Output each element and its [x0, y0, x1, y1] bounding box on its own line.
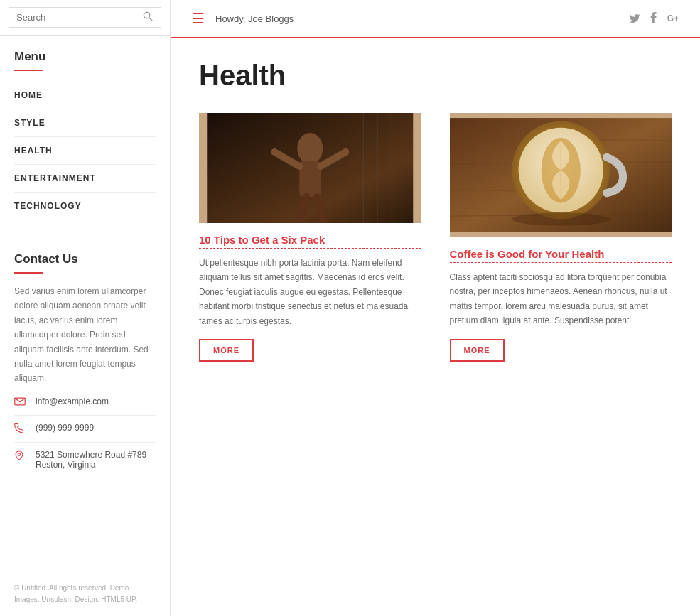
- contact-phone: (999) 999-9999: [36, 423, 94, 433]
- menu-title: Menu: [14, 50, 156, 64]
- svg-point-3: [18, 453, 21, 456]
- contact-address: 5321 Somewhere Road #789 Reston, Virgini…: [36, 450, 146, 470]
- article-text-2: Class aptent taciti sociosqu ad litora t…: [450, 270, 672, 328]
- articles-grid: 10 Tips to Get a Six Pack Ut pellentesqu…: [199, 113, 672, 362]
- article-title-1[interactable]: 10 Tips to Get a Six Pack: [199, 234, 421, 249]
- svg-point-0: [144, 12, 149, 18]
- article-image-2: [450, 113, 672, 237]
- contact-underline: [14, 272, 43, 274]
- topbar: ☰ Howdy, Joe Bloggs G+: [171, 0, 700, 38]
- facebook-icon[interactable]: [650, 12, 657, 26]
- topbar-social: G+: [629, 12, 679, 26]
- topbar-greeting: Howdy, Joe Bloggs: [215, 13, 294, 24]
- sidebar: Menu HOME STYLE HEALTH ENTERTAINMENT TEC…: [0, 0, 171, 616]
- googleplus-icon[interactable]: G+: [667, 13, 679, 23]
- sidebar-item-style[interactable]: STYLE: [14, 109, 156, 137]
- contact-email[interactable]: info@example.com: [36, 396, 109, 406]
- contact-phone-row: (999) 999-9999: [14, 423, 156, 443]
- nav-list: HOME STYLE HEALTH ENTERTAINMENT TECHNOLO…: [14, 82, 156, 220]
- page-title: Health: [199, 60, 672, 92]
- sidebar-item-health[interactable]: HEALTH: [14, 137, 156, 165]
- article-title-2[interactable]: Coffee is Good for Your Health: [450, 248, 672, 263]
- contact-email-row: info@example.com: [14, 396, 156, 416]
- sidebar-footer: © Untitled. All rights reserved. Demo Im…: [0, 576, 170, 616]
- search-input[interactable]: [9, 7, 161, 28]
- article-card-1: 10 Tips to Get a Six Pack Ut pellentesqu…: [199, 113, 421, 362]
- menu-underline: [14, 70, 43, 71]
- article-text-1: Ut pellentesque nibh porta lacinia porta…: [199, 256, 421, 328]
- twitter-icon[interactable]: [629, 13, 640, 25]
- svg-line-1: [149, 18, 152, 21]
- sidebar-item-home[interactable]: HOME: [14, 82, 156, 109]
- sidebar-footer-divider: [14, 568, 156, 568]
- topbar-left: ☰ Howdy, Joe Bloggs: [192, 10, 294, 27]
- content-area: Health: [171, 38, 700, 616]
- search-button[interactable]: [140, 9, 156, 26]
- article-card-2: Coffee is Good for Your Health Class apt…: [450, 113, 672, 362]
- phone-icon: [14, 423, 28, 435]
- more-button-2[interactable]: MORE: [450, 339, 505, 362]
- article-image-1: [199, 113, 421, 223]
- hamburger-icon[interactable]: ☰: [192, 10, 205, 27]
- contact-section: Contact Us Sed varius enim lorem ullamco…: [0, 242, 170, 495]
- main-content: ☰ Howdy, Joe Bloggs G+ Health: [171, 0, 700, 616]
- svg-point-8: [297, 133, 323, 164]
- contact-address-row: 5321 Somewhere Road #789 Reston, Virgini…: [14, 450, 156, 477]
- address-icon: [14, 450, 28, 463]
- more-button-1[interactable]: MORE: [199, 339, 254, 362]
- sidebar-item-entertainment[interactable]: ENTERTAINMENT: [14, 165, 156, 193]
- search-bar: [0, 0, 170, 36]
- sidebar-item-technology[interactable]: TECHNOLOGY: [14, 193, 156, 220]
- svg-point-23: [512, 212, 610, 225]
- contact-text: Sed varius enim lorem ullamcorper dolore…: [14, 284, 156, 386]
- nav-menu: Menu HOME STYLE HEALTH ENTERTAINMENT TEC…: [0, 36, 170, 227]
- contact-title: Contact Us: [14, 252, 156, 266]
- email-icon: [14, 396, 28, 408]
- sidebar-divider-1: [14, 234, 156, 234]
